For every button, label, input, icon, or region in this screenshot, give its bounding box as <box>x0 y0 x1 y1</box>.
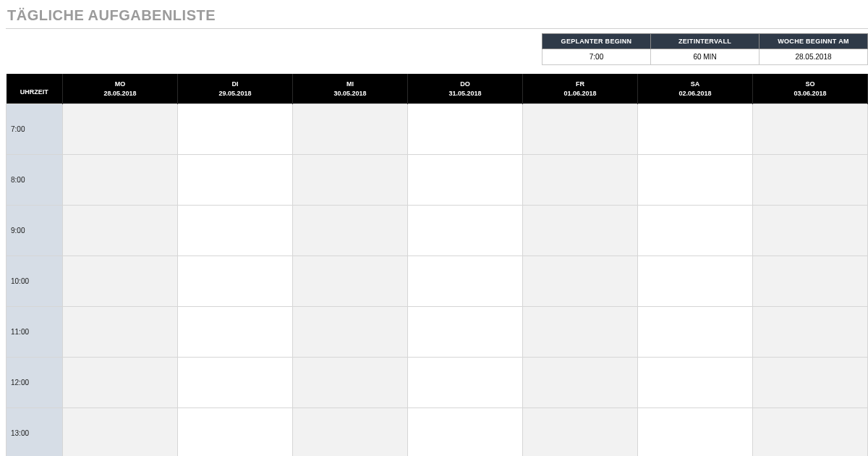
day-header-sa: SA 02.06.2018 <box>638 74 753 104</box>
schedule-row: 13:00 <box>7 408 868 456</box>
schedule-cell[interactable] <box>178 155 293 206</box>
time-label-cell: 10:00 <box>7 256 63 307</box>
schedule-cell[interactable] <box>408 307 523 358</box>
schedule-cell[interactable] <box>638 408 753 456</box>
time-column-header: UHRZEIT <box>7 74 63 104</box>
schedule-cell[interactable] <box>63 206 178 256</box>
schedule-row: 11:00 <box>7 307 868 358</box>
schedule-cell[interactable] <box>638 358 753 408</box>
schedule-cell[interactable] <box>753 155 868 206</box>
time-label-cell: 9:00 <box>7 206 63 256</box>
schedule-cell[interactable] <box>523 155 638 206</box>
day-header-mo: MO 28.05.2018 <box>63 74 178 104</box>
day-date: 28.05.2018 <box>66 89 174 98</box>
settings-value-planned-start[interactable]: 7:00 <box>542 49 651 65</box>
schedule-header-row: UHRZEIT MO 28.05.2018 DI 29.05.2018 MI 3… <box>7 74 868 104</box>
schedule-cell[interactable] <box>753 307 868 358</box>
day-abbr: SA <box>641 80 749 89</box>
schedule-cell[interactable] <box>63 408 178 456</box>
schedule-cell[interactable] <box>638 307 753 358</box>
schedule-cell[interactable] <box>63 104 178 155</box>
schedule-row: 8:00 <box>7 155 868 206</box>
schedule-cell[interactable] <box>408 358 523 408</box>
schedule-container: UHRZEIT MO 28.05.2018 DI 29.05.2018 MI 3… <box>6 74 868 456</box>
schedule-cell[interactable] <box>753 358 868 408</box>
schedule-cell[interactable] <box>293 155 408 206</box>
schedule-row: 7:00 <box>7 104 868 155</box>
schedule-cell[interactable] <box>63 155 178 206</box>
schedule-cell[interactable] <box>523 358 638 408</box>
settings-header-week-starts: WOCHE BEGINNT AM <box>760 34 868 49</box>
schedule-row: 9:00 <box>7 206 868 256</box>
schedule-cell[interactable] <box>178 358 293 408</box>
day-date: 29.05.2018 <box>181 89 289 98</box>
day-header-fr: FR 01.06.2018 <box>523 74 638 104</box>
time-label-cell: 12:00 <box>7 358 63 408</box>
title-divider <box>6 28 868 29</box>
schedule-cell[interactable] <box>408 155 523 206</box>
schedule-row: 10:00 <box>7 256 868 307</box>
schedule-cell[interactable] <box>638 104 753 155</box>
schedule-grid: UHRZEIT MO 28.05.2018 DI 29.05.2018 MI 3… <box>6 74 868 456</box>
day-date: 01.06.2018 <box>526 89 634 98</box>
day-header-so: SO 03.06.2018 <box>753 74 868 104</box>
time-label-cell: 7:00 <box>7 104 63 155</box>
schedule-cell[interactable] <box>408 104 523 155</box>
day-date: 02.06.2018 <box>641 89 749 98</box>
day-date: 03.06.2018 <box>756 89 864 98</box>
settings-header-time-interval: ZEITINTERVALL <box>651 34 760 49</box>
schedule-cell[interactable] <box>638 206 753 256</box>
schedule-cell[interactable] <box>178 104 293 155</box>
day-header-mi: MI 30.05.2018 <box>293 74 408 104</box>
schedule-cell[interactable] <box>178 307 293 358</box>
schedule-cell[interactable] <box>753 256 868 307</box>
settings-header-planned-start: GEPLANTER BEGINN <box>542 34 651 49</box>
schedule-cell[interactable] <box>293 206 408 256</box>
schedule-cell[interactable] <box>408 408 523 456</box>
schedule-cell[interactable] <box>293 104 408 155</box>
schedule-cell[interactable] <box>63 307 178 358</box>
day-abbr: SO <box>756 80 864 89</box>
day-header-di: DI 29.05.2018 <box>178 74 293 104</box>
schedule-row: 12:00 <box>7 358 868 408</box>
schedule-cell[interactable] <box>408 256 523 307</box>
schedule-cell[interactable] <box>293 408 408 456</box>
schedule-cell[interactable] <box>293 358 408 408</box>
day-date: 30.05.2018 <box>296 89 404 98</box>
time-label-cell: 11:00 <box>7 307 63 358</box>
schedule-cell[interactable] <box>523 408 638 456</box>
day-abbr: MO <box>66 80 174 89</box>
day-header-do: DO 31.05.2018 <box>408 74 523 104</box>
day-abbr: DI <box>181 80 289 89</box>
schedule-cell[interactable] <box>523 256 638 307</box>
time-label-cell: 8:00 <box>7 155 63 206</box>
schedule-cell[interactable] <box>753 206 868 256</box>
day-abbr: FR <box>526 80 634 89</box>
schedule-cell[interactable] <box>293 307 408 358</box>
schedule-cell[interactable] <box>753 408 868 456</box>
day-date: 31.05.2018 <box>411 89 519 98</box>
schedule-cell[interactable] <box>63 358 178 408</box>
schedule-cell[interactable] <box>523 307 638 358</box>
time-label-cell: 13:00 <box>7 408 63 456</box>
day-abbr: DO <box>411 80 519 89</box>
settings-value-time-interval[interactable]: 60 MIN <box>651 49 760 65</box>
day-abbr: MI <box>296 80 404 89</box>
schedule-cell[interactable] <box>293 256 408 307</box>
page-title: TÄGLICHE AUFGABENLISTE <box>6 7 868 24</box>
settings-table: GEPLANTER BEGINN ZEITINTERVALL WOCHE BEG… <box>542 33 868 65</box>
schedule-cell[interactable] <box>753 104 868 155</box>
schedule-cell[interactable] <box>178 408 293 456</box>
schedule-cell[interactable] <box>523 206 638 256</box>
settings-value-week-starts[interactable]: 28.05.2018 <box>760 49 868 65</box>
schedule-cell[interactable] <box>178 206 293 256</box>
settings-bar: GEPLANTER BEGINN ZEITINTERVALL WOCHE BEG… <box>6 33 868 65</box>
schedule-cell[interactable] <box>63 256 178 307</box>
schedule-cell[interactable] <box>408 206 523 256</box>
schedule-cell[interactable] <box>638 256 753 307</box>
schedule-cell[interactable] <box>523 104 638 155</box>
schedule-cell[interactable] <box>178 256 293 307</box>
schedule-cell[interactable] <box>638 155 753 206</box>
